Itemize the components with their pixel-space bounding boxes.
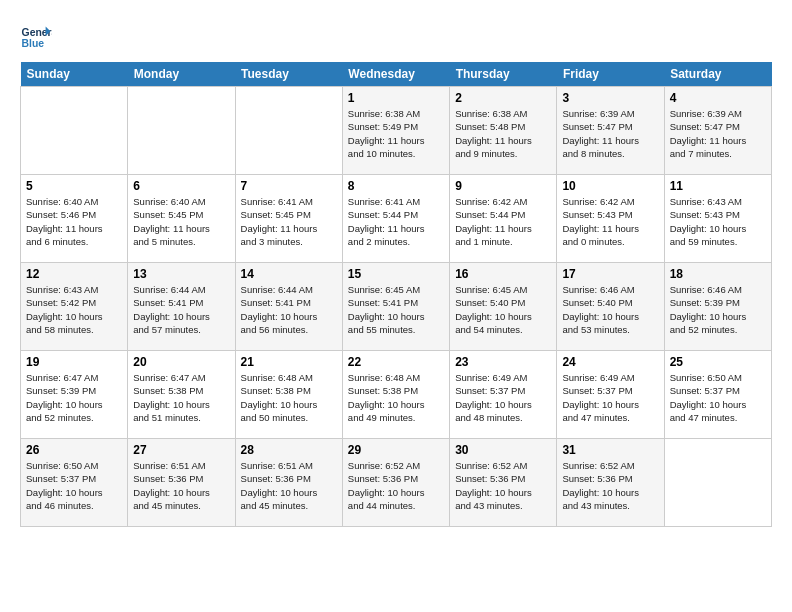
day-cell: 9Sunrise: 6:42 AM Sunset: 5:44 PM Daylig…	[450, 175, 557, 263]
day-number: 2	[455, 91, 551, 105]
day-info: Sunrise: 6:48 AM Sunset: 5:38 PM Dayligh…	[348, 371, 444, 424]
day-info: Sunrise: 6:47 AM Sunset: 5:39 PM Dayligh…	[26, 371, 122, 424]
week-row-5: 26Sunrise: 6:50 AM Sunset: 5:37 PM Dayli…	[21, 439, 772, 527]
day-cell	[235, 87, 342, 175]
day-cell: 19Sunrise: 6:47 AM Sunset: 5:39 PM Dayli…	[21, 351, 128, 439]
day-cell: 11Sunrise: 6:43 AM Sunset: 5:43 PM Dayli…	[664, 175, 771, 263]
day-cell: 2Sunrise: 6:38 AM Sunset: 5:48 PM Daylig…	[450, 87, 557, 175]
day-header-tuesday: Tuesday	[235, 62, 342, 87]
week-row-4: 19Sunrise: 6:47 AM Sunset: 5:39 PM Dayli…	[21, 351, 772, 439]
day-cell: 16Sunrise: 6:45 AM Sunset: 5:40 PM Dayli…	[450, 263, 557, 351]
day-number: 14	[241, 267, 337, 281]
day-number: 31	[562, 443, 658, 457]
day-info: Sunrise: 6:42 AM Sunset: 5:44 PM Dayligh…	[455, 195, 551, 248]
day-info: Sunrise: 6:49 AM Sunset: 5:37 PM Dayligh…	[562, 371, 658, 424]
header-row: SundayMondayTuesdayWednesdayThursdayFrid…	[21, 62, 772, 87]
day-number: 22	[348, 355, 444, 369]
day-header-sunday: Sunday	[21, 62, 128, 87]
day-cell: 12Sunrise: 6:43 AM Sunset: 5:42 PM Dayli…	[21, 263, 128, 351]
day-cell: 5Sunrise: 6:40 AM Sunset: 5:46 PM Daylig…	[21, 175, 128, 263]
day-cell: 31Sunrise: 6:52 AM Sunset: 5:36 PM Dayli…	[557, 439, 664, 527]
day-info: Sunrise: 6:41 AM Sunset: 5:45 PM Dayligh…	[241, 195, 337, 248]
day-number: 29	[348, 443, 444, 457]
day-number: 19	[26, 355, 122, 369]
day-number: 8	[348, 179, 444, 193]
page-header: General Blue	[20, 20, 772, 52]
day-info: Sunrise: 6:52 AM Sunset: 5:36 PM Dayligh…	[455, 459, 551, 512]
day-number: 28	[241, 443, 337, 457]
day-cell: 22Sunrise: 6:48 AM Sunset: 5:38 PM Dayli…	[342, 351, 449, 439]
day-cell: 14Sunrise: 6:44 AM Sunset: 5:41 PM Dayli…	[235, 263, 342, 351]
day-number: 25	[670, 355, 766, 369]
day-cell: 29Sunrise: 6:52 AM Sunset: 5:36 PM Dayli…	[342, 439, 449, 527]
day-cell: 18Sunrise: 6:46 AM Sunset: 5:39 PM Dayli…	[664, 263, 771, 351]
day-cell: 7Sunrise: 6:41 AM Sunset: 5:45 PM Daylig…	[235, 175, 342, 263]
day-number: 15	[348, 267, 444, 281]
day-cell: 25Sunrise: 6:50 AM Sunset: 5:37 PM Dayli…	[664, 351, 771, 439]
day-cell: 21Sunrise: 6:48 AM Sunset: 5:38 PM Dayli…	[235, 351, 342, 439]
day-number: 10	[562, 179, 658, 193]
day-info: Sunrise: 6:48 AM Sunset: 5:38 PM Dayligh…	[241, 371, 337, 424]
day-number: 11	[670, 179, 766, 193]
week-row-3: 12Sunrise: 6:43 AM Sunset: 5:42 PM Dayli…	[21, 263, 772, 351]
day-cell: 23Sunrise: 6:49 AM Sunset: 5:37 PM Dayli…	[450, 351, 557, 439]
day-cell: 24Sunrise: 6:49 AM Sunset: 5:37 PM Dayli…	[557, 351, 664, 439]
day-cell: 15Sunrise: 6:45 AM Sunset: 5:41 PM Dayli…	[342, 263, 449, 351]
day-header-thursday: Thursday	[450, 62, 557, 87]
day-cell: 20Sunrise: 6:47 AM Sunset: 5:38 PM Dayli…	[128, 351, 235, 439]
day-header-monday: Monday	[128, 62, 235, 87]
day-cell: 13Sunrise: 6:44 AM Sunset: 5:41 PM Dayli…	[128, 263, 235, 351]
day-header-wednesday: Wednesday	[342, 62, 449, 87]
day-info: Sunrise: 6:45 AM Sunset: 5:40 PM Dayligh…	[455, 283, 551, 336]
day-cell: 26Sunrise: 6:50 AM Sunset: 5:37 PM Dayli…	[21, 439, 128, 527]
day-info: Sunrise: 6:46 AM Sunset: 5:39 PM Dayligh…	[670, 283, 766, 336]
day-info: Sunrise: 6:46 AM Sunset: 5:40 PM Dayligh…	[562, 283, 658, 336]
day-number: 5	[26, 179, 122, 193]
day-cell: 27Sunrise: 6:51 AM Sunset: 5:36 PM Dayli…	[128, 439, 235, 527]
week-row-1: 1Sunrise: 6:38 AM Sunset: 5:49 PM Daylig…	[21, 87, 772, 175]
day-number: 18	[670, 267, 766, 281]
day-number: 12	[26, 267, 122, 281]
logo: General Blue	[20, 20, 52, 52]
day-header-saturday: Saturday	[664, 62, 771, 87]
week-row-2: 5Sunrise: 6:40 AM Sunset: 5:46 PM Daylig…	[21, 175, 772, 263]
day-info: Sunrise: 6:38 AM Sunset: 5:49 PM Dayligh…	[348, 107, 444, 160]
day-info: Sunrise: 6:52 AM Sunset: 5:36 PM Dayligh…	[348, 459, 444, 512]
day-cell	[128, 87, 235, 175]
day-number: 17	[562, 267, 658, 281]
day-number: 20	[133, 355, 229, 369]
day-info: Sunrise: 6:47 AM Sunset: 5:38 PM Dayligh…	[133, 371, 229, 424]
day-cell: 28Sunrise: 6:51 AM Sunset: 5:36 PM Dayli…	[235, 439, 342, 527]
day-number: 13	[133, 267, 229, 281]
day-info: Sunrise: 6:44 AM Sunset: 5:41 PM Dayligh…	[133, 283, 229, 336]
day-info: Sunrise: 6:38 AM Sunset: 5:48 PM Dayligh…	[455, 107, 551, 160]
day-number: 26	[26, 443, 122, 457]
day-cell: 8Sunrise: 6:41 AM Sunset: 5:44 PM Daylig…	[342, 175, 449, 263]
day-cell: 3Sunrise: 6:39 AM Sunset: 5:47 PM Daylig…	[557, 87, 664, 175]
day-number: 9	[455, 179, 551, 193]
day-number: 24	[562, 355, 658, 369]
day-cell: 10Sunrise: 6:42 AM Sunset: 5:43 PM Dayli…	[557, 175, 664, 263]
day-cell: 1Sunrise: 6:38 AM Sunset: 5:49 PM Daylig…	[342, 87, 449, 175]
day-info: Sunrise: 6:41 AM Sunset: 5:44 PM Dayligh…	[348, 195, 444, 248]
day-info: Sunrise: 6:49 AM Sunset: 5:37 PM Dayligh…	[455, 371, 551, 424]
day-cell: 30Sunrise: 6:52 AM Sunset: 5:36 PM Dayli…	[450, 439, 557, 527]
day-cell	[664, 439, 771, 527]
day-number: 6	[133, 179, 229, 193]
day-number: 7	[241, 179, 337, 193]
calendar-table: SundayMondayTuesdayWednesdayThursdayFrid…	[20, 62, 772, 527]
day-info: Sunrise: 6:39 AM Sunset: 5:47 PM Dayligh…	[670, 107, 766, 160]
day-number: 23	[455, 355, 551, 369]
day-info: Sunrise: 6:51 AM Sunset: 5:36 PM Dayligh…	[133, 459, 229, 512]
day-info: Sunrise: 6:50 AM Sunset: 5:37 PM Dayligh…	[670, 371, 766, 424]
logo-icon: General Blue	[20, 20, 52, 52]
day-info: Sunrise: 6:50 AM Sunset: 5:37 PM Dayligh…	[26, 459, 122, 512]
day-info: Sunrise: 6:43 AM Sunset: 5:43 PM Dayligh…	[670, 195, 766, 248]
day-info: Sunrise: 6:40 AM Sunset: 5:46 PM Dayligh…	[26, 195, 122, 248]
day-number: 16	[455, 267, 551, 281]
day-number: 21	[241, 355, 337, 369]
day-info: Sunrise: 6:44 AM Sunset: 5:41 PM Dayligh…	[241, 283, 337, 336]
day-info: Sunrise: 6:45 AM Sunset: 5:41 PM Dayligh…	[348, 283, 444, 336]
day-header-friday: Friday	[557, 62, 664, 87]
day-info: Sunrise: 6:52 AM Sunset: 5:36 PM Dayligh…	[562, 459, 658, 512]
